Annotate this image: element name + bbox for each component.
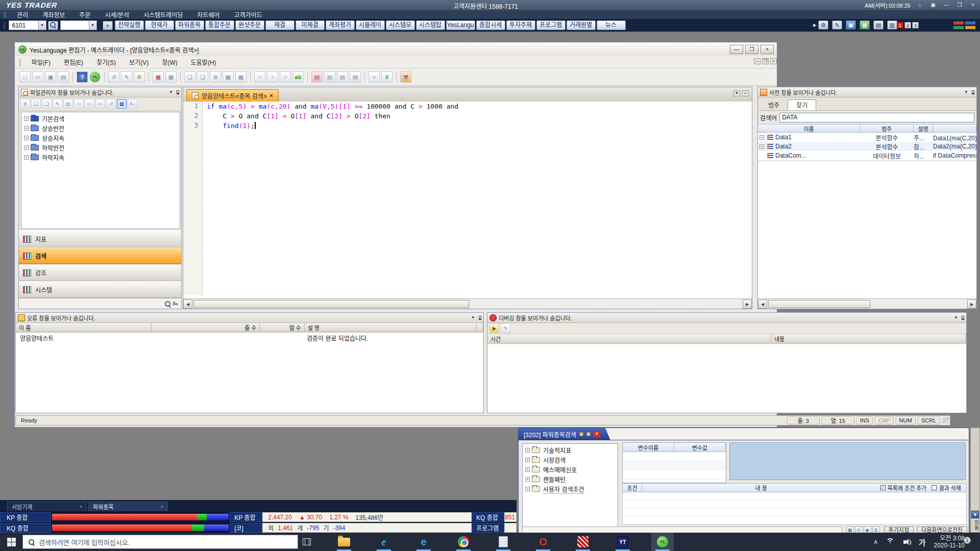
file-toolbar-icon[interactable]: ❏	[42, 99, 52, 109]
power-tree-item[interactable]: + 기술적지표	[524, 445, 617, 455]
variable-row[interactable]	[623, 470, 726, 480]
function-icon[interactable]: f∞	[173, 301, 178, 307]
monitor-icon[interactable]: ▣	[929, 2, 937, 9]
app-menu-item[interactable]: 시스템트레이딩	[136, 10, 190, 19]
editor-toolbar-icon[interactable]	[149, 72, 149, 82]
expand-icon[interactable]: +	[525, 487, 530, 491]
column-desc[interactable]: 설 명	[305, 323, 477, 332]
wifi-icon[interactable]	[886, 538, 895, 545]
tab-close-all-icon[interactable]: ×	[742, 90, 749, 96]
minimize-button[interactable]: —	[942, 2, 950, 9]
code-editor[interactable]: 1if ma(c,5) > ma(c,20) and ma(V,5)[1] >=…	[183, 102, 752, 298]
dictionary-hscrollbar[interactable]: ◀ ▶	[758, 298, 976, 309]
quick-button[interactable]: 계좌평가	[326, 20, 355, 30]
arrow-right-icon[interactable]: ▶	[813, 22, 817, 28]
add-to-list-checkbox[interactable]: ✓ 목록에 조건 추가	[880, 484, 927, 492]
film-icon[interactable]: ▤	[873, 20, 884, 30]
dictionary-row[interactable]: + Data1 분석함수 주... Data1(ma(C,20)) -> 기본종	[758, 133, 976, 142]
category-button[interactable]: 강조	[19, 264, 181, 281]
editor-toolbar-icon[interactable]: ❏	[197, 71, 208, 83]
expand-icon[interactable]: +	[24, 155, 29, 160]
expand-icon[interactable]: +	[24, 136, 29, 140]
editor-toolbar-icon[interactable]	[364, 72, 365, 82]
expand-icon[interactable]: +	[525, 458, 530, 462]
editor-toolbar-icon[interactable]: +	[369, 71, 380, 83]
mdi-restore-button[interactable]: ❐	[762, 58, 769, 64]
market-tab[interactable]: 서암기계 ×	[7, 502, 87, 511]
scroll-right-icon[interactable]: ▶	[743, 299, 752, 309]
chevron-down-icon[interactable]: ▼	[167, 89, 175, 95]
editor-toolbar-icon[interactable]: ⚙	[134, 71, 145, 83]
taskbar-app-button[interactable]: O	[532, 533, 554, 551]
quick-button[interactable]: 원샷주문	[235, 20, 264, 30]
editor-toolbar-icon[interactable]: ▤	[324, 71, 335, 83]
restore-button[interactable]: ❐	[955, 2, 964, 9]
window-badge[interactable]: 1	[897, 22, 903, 29]
quick-button[interactable]: 체결	[265, 20, 295, 30]
ime-indicator[interactable]: 가	[919, 537, 926, 547]
mdi-minimize-button[interactable]: —	[754, 58, 761, 64]
expand-icon[interactable]: +	[24, 145, 29, 150]
editor-toolbar-icon[interactable]: ab	[292, 71, 304, 83]
taskbar-app-button[interactable]	[492, 533, 514, 551]
taskbar-app-button[interactable]	[572, 533, 594, 551]
category-button[interactable]: 검색	[19, 247, 181, 264]
file-toolbar-icon[interactable]: ▭	[85, 99, 94, 109]
editor-toolbar-icon[interactable]	[72, 72, 73, 82]
taskbar-app-button[interactable]	[452, 533, 475, 551]
editor-toolbar-icon[interactable]	[180, 72, 181, 82]
file-toolbar-icon[interactable]: ▭	[74, 99, 84, 109]
scrollbar-thumb[interactable]	[768, 300, 870, 308]
chevron-down-icon[interactable]: ▼	[470, 314, 477, 321]
tab-close-icon[interactable]: ×	[270, 93, 273, 98]
zoom-icon[interactable]	[164, 300, 171, 307]
editor-toolbar-icon[interactable]: ▤	[58, 71, 69, 83]
dictionary-row[interactable]: + DataCom... 데이터정보 차... if DataCompress …	[758, 151, 976, 160]
quick-button[interactable]: 시뮬레이	[356, 20, 385, 30]
window-badge[interactable]: 3	[912, 22, 919, 29]
column-line[interactable]: 줄 수	[152, 323, 260, 332]
pin-icon[interactable]	[972, 90, 974, 94]
editor-toolbar-icon[interactable]: ▤	[337, 71, 348, 83]
power-tree-item[interactable]: + 캔들패턴	[524, 474, 617, 484]
editor-toolbar-icon[interactable]: ▦	[223, 71, 234, 83]
category-button[interactable]: 시스템	[19, 281, 181, 298]
file-toolbar-icon[interactable]: ≣	[20, 99, 30, 109]
app-menu-item[interactable]: 계좌정보	[35, 10, 72, 19]
link-group-icons[interactable]	[953, 21, 976, 30]
editor-toolbar-icon[interactable]: ▦	[153, 71, 164, 83]
editor-titlebar[interactable]: YL YesLanguage 편집기 - 예스트레이더 - [양음양테스트<종목…	[15, 43, 776, 56]
taskbar-app-button[interactable]	[333, 533, 355, 551]
expand-icon[interactable]: +	[525, 448, 530, 453]
tab-list-icon[interactable]: ▼	[733, 90, 740, 96]
editor-restore-button[interactable]: ❐	[745, 45, 758, 54]
market-tab[interactable]: 파워종목 ×	[88, 502, 168, 511]
link-icon[interactable]	[586, 432, 591, 436]
window-badge[interactable]: 2	[904, 22, 911, 29]
chevron-down-icon[interactable]: ▼	[952, 314, 960, 321]
file-toolbar-icon[interactable]: ▦	[117, 99, 127, 109]
run-icon[interactable]: ▶	[489, 323, 499, 333]
monitor-icon[interactable]: ▣	[846, 20, 856, 30]
column-condition[interactable]: 조건	[623, 484, 642, 492]
kosdaq-row[interactable]: KQ 종합 [코] 외 1,461 개 -795 기 -394 프로그램	[0, 523, 517, 533]
quick-button[interactable]: 미체결	[296, 20, 325, 30]
editor-toolbar-icon[interactable]: ▦	[235, 71, 247, 83]
chevron-down-icon[interactable]: ▼	[89, 21, 96, 30]
expand-icon[interactable]: +	[525, 467, 530, 472]
file-tree-item[interactable]: + 상승지속	[22, 133, 179, 143]
scroll-left-icon[interactable]: ◀	[758, 299, 767, 309]
checkbox-icon[interactable]	[932, 485, 937, 490]
app-menu-item[interactable]: 관리	[10, 10, 35, 19]
taskbar-app-button[interactable]: e	[412, 533, 435, 551]
expand-icon[interactable]: +	[24, 126, 29, 131]
editor-toolbar-icon[interactable]: ▦	[165, 71, 177, 83]
editor-toolbar-icon[interactable]	[104, 72, 105, 82]
resize-grip[interactable]	[943, 417, 949, 423]
tab-close-icon[interactable]: ×	[161, 504, 163, 509]
power-tree-item[interactable]: + 사용자 검색조건	[524, 484, 617, 494]
column-name[interactable]: 이 름	[16, 323, 152, 332]
mdi-close-button[interactable]: ×	[770, 58, 777, 64]
close-button[interactable]: ×	[969, 2, 977, 9]
quick-button[interactable]: 시스템탑	[416, 20, 445, 30]
